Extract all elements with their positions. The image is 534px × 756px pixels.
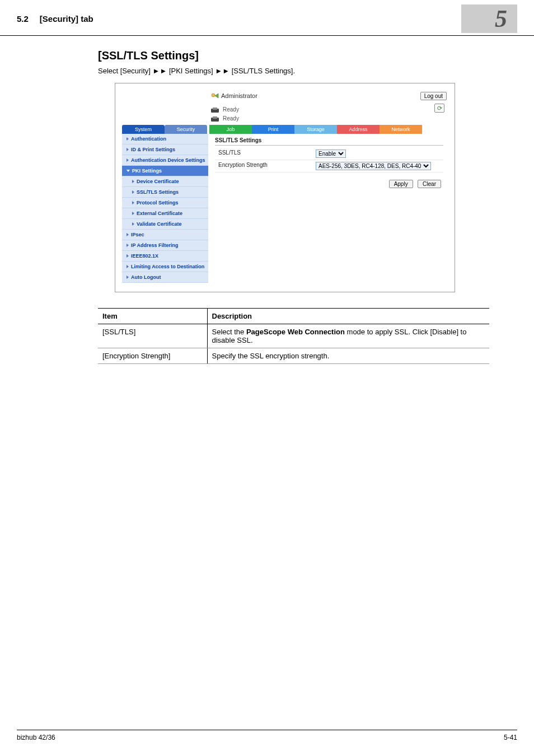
page-footer: bizhub 42/36 5-41 xyxy=(17,730,517,741)
section-title: [Security] tab xyxy=(40,14,461,24)
refresh-button[interactable]: ⟳ xyxy=(434,104,444,113)
sidebar-item-ipfilter[interactable]: IP Address Filtering xyxy=(122,240,208,251)
tab-system[interactable]: System xyxy=(122,125,165,134)
settings-panel: SSL/TLS Settings SSL/TLS Enable Encrypti… xyxy=(208,134,448,283)
table-row: [SSL/TLS] Select the PageScope Web Conne… xyxy=(98,324,489,348)
sidebar-item-protocol[interactable]: Protocol Settings xyxy=(122,198,208,208)
logout-button[interactable]: Log out xyxy=(420,92,447,100)
section-number: 5.2 xyxy=(17,14,29,24)
cell-desc: Specify the SSL encryption strength. xyxy=(207,348,489,364)
admin-icon xyxy=(210,92,219,99)
sidebar-item-auth-device[interactable]: Authentication Device Settings xyxy=(122,155,208,166)
admin-label: Administrator xyxy=(221,92,420,99)
cell-desc: Select the PageScope Web Connection mode… xyxy=(207,324,489,348)
sidebar-item-validate-cert[interactable]: Validate Certificate xyxy=(122,219,208,230)
th-item: Item xyxy=(98,309,207,324)
svg-rect-4 xyxy=(213,116,217,119)
cell-item: [Encryption Strength] xyxy=(98,348,207,364)
row-enc-label: Encryption Strength xyxy=(215,162,316,170)
sidebar-item-ssl-tls[interactable]: SSL/TLS Settings xyxy=(122,187,208,198)
sidebar-item-ipsec[interactable]: IPsec xyxy=(122,230,208,240)
sidebar-item-device-cert[interactable]: Device Certificate xyxy=(122,176,208,187)
tab-print[interactable]: Print xyxy=(252,125,294,134)
footer-product: bizhub 42/36 xyxy=(17,734,55,741)
tab-storage[interactable]: Storage xyxy=(294,125,337,134)
panel-title: SSL/TLS Settings xyxy=(215,137,443,146)
screenshot-panel: Administrator Log out Ready Ready ⟳ Syst… xyxy=(115,83,455,292)
sidebar-item-limiting[interactable]: Limiting Access to Destination xyxy=(122,262,208,272)
table-row: [Encryption Strength] Specify the SSL en… xyxy=(98,348,489,364)
svg-rect-2 xyxy=(213,108,217,110)
sidebar-item-authentication[interactable]: Authentication xyxy=(122,134,208,144)
printer-icon xyxy=(210,106,221,113)
tab-address[interactable]: Address xyxy=(337,125,380,134)
tab-network[interactable]: Network xyxy=(380,125,422,134)
cell-item: [SSL/TLS] xyxy=(98,324,207,348)
sidebar: Authentication ID & Print Settings Authe… xyxy=(122,134,208,283)
status-ready-1: Ready xyxy=(223,106,239,113)
page-title: [SSL/TLS Settings] xyxy=(98,49,489,62)
tab-security[interactable]: Security xyxy=(165,125,207,134)
row-ssl-label: SSL/TLS xyxy=(215,150,316,158)
svg-point-0 xyxy=(212,94,215,97)
footer-page: 5-41 xyxy=(504,734,517,741)
sidebar-item-ieee[interactable]: IEEE802.1X xyxy=(122,251,208,262)
intro-text: Select [Security] ►► [PKI Settings] ►► [… xyxy=(98,67,489,75)
chapter-number: 5 xyxy=(461,4,517,33)
apply-button[interactable]: Apply xyxy=(389,180,413,188)
tab-job[interactable]: Job xyxy=(209,125,252,134)
status-ready-2: Ready xyxy=(223,115,239,122)
page-header: 5.2 [Security] tab 5 xyxy=(0,0,534,36)
sidebar-item-external-cert[interactable]: External Certificate xyxy=(122,208,208,219)
encryption-strength-select[interactable]: AES-256, 3DES, RC4-128, DES, RC4-40 xyxy=(316,162,431,170)
tab-bar: System Security Job Print Storage Addres… xyxy=(122,125,448,134)
sidebar-item-id-print[interactable]: ID & Print Settings xyxy=(122,144,208,155)
sidebar-item-auto-logout[interactable]: Auto Logout xyxy=(122,272,208,283)
clear-button[interactable]: Clear xyxy=(418,180,441,188)
sidebar-item-pki[interactable]: PKI Settings xyxy=(122,166,208,176)
th-desc: Description xyxy=(207,309,489,324)
description-table: Item Description [SSL/TLS] Select the Pa… xyxy=(98,308,489,364)
printer-icon xyxy=(210,115,221,122)
ssl-enable-select[interactable]: Enable xyxy=(316,150,346,158)
